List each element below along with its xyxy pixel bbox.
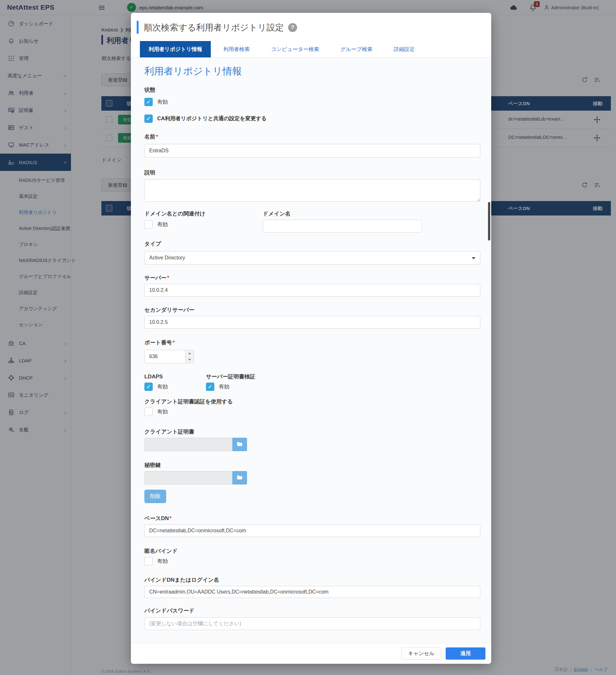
private-key-file-input (144, 471, 233, 484)
private-key-browse-button[interactable] (232, 471, 247, 484)
bind-password-input[interactable] (144, 617, 480, 630)
tab-4[interactable]: グループ検索 (332, 41, 381, 57)
status-enabled-checkbox[interactable] (144, 98, 153, 106)
section-heading: 利用者リポジトリ情報 (144, 65, 480, 78)
type-label: タイプ (144, 240, 480, 248)
name-label: 名前 (144, 133, 480, 141)
folder-icon (236, 441, 243, 449)
base-dn-input[interactable] (144, 524, 480, 537)
dialog-title: 順次検索する利用者リポジトリ設定 (144, 22, 284, 33)
status-enabled-label: 有効 (157, 98, 168, 105)
port-label: ポート番号 (144, 339, 480, 347)
folder-icon-2 (236, 474, 243, 482)
ldaps-enabled-label: 有効 (157, 383, 168, 390)
server-input[interactable] (144, 284, 480, 297)
anonymous-bind-enabled-label: 有効 (157, 557, 168, 565)
dialog-body: 利用者リポジトリ情報 状態 有効 CA利用者リポジトリと共通の設定を変更する 名… (131, 58, 491, 643)
port-input[interactable] (144, 350, 186, 363)
select-chevron-icon (472, 257, 475, 259)
client-cert-label: クライアント証明書 (144, 428, 480, 436)
description-textarea[interactable] (144, 179, 480, 202)
private-key-label: 秘密鍵 (144, 461, 480, 469)
server-cert-verify-enabled-label: 有効 (219, 383, 229, 390)
secondary-server-label: セカンダリサーバー (144, 306, 480, 314)
dialog-header: 順次検索する利用者リポジトリ設定 (131, 13, 491, 41)
tab-5[interactable]: 詳細設定 (385, 41, 423, 57)
client-cert-browse-button[interactable] (232, 438, 247, 451)
apply-button[interactable]: 適用 (446, 648, 485, 660)
anonymous-bind-label: 匿名バインド (144, 547, 480, 555)
client-cert-auth-label: クライアント証明書認証を使用する (144, 398, 480, 406)
stepper-up-icon[interactable] (186, 350, 194, 357)
secondary-server-input[interactable] (144, 316, 480, 329)
status-label: 状態 (144, 86, 480, 94)
modal-scrollbar-thumb[interactable] (488, 202, 490, 240)
repository-settings-dialog: 順次検索する利用者リポジトリ設定 利用者リポジトリ情報利用者検索コンピューター検… (131, 13, 491, 664)
base-dn-label: ベースDN (144, 515, 480, 522)
domain-assoc-checkbox[interactable] (144, 220, 153, 229)
type-select[interactable]: Active Directory (144, 251, 480, 265)
client-cert-auth-checkbox[interactable] (144, 407, 153, 416)
delete-button[interactable]: 削除 (144, 490, 166, 503)
dialog-footer: キャンセル 適用 (131, 643, 491, 664)
dialog-tabs: 利用者リポジトリ情報利用者検索コンピューター検索グループ検索詳細設定 (131, 41, 491, 58)
domain-assoc-enabled-label: 有効 (157, 221, 168, 228)
anonymous-bind-checkbox[interactable] (144, 557, 153, 565)
domain-name-label: ドメイン名 (263, 210, 480, 218)
ldaps-label: LDAPS (144, 373, 206, 381)
client-cert-file-input (144, 438, 233, 451)
tab-1[interactable]: 利用者リポジトリ情報 (140, 41, 211, 57)
title-accent-bar (137, 21, 139, 34)
port-stepper[interactable] (186, 350, 194, 363)
tab-2[interactable]: 利用者検索 (215, 41, 259, 57)
ca-shared-checkbox[interactable] (144, 115, 153, 123)
description-label: 説明 (144, 169, 480, 177)
domain-name-input[interactable] (263, 220, 422, 232)
type-select-value: Active Directory (149, 255, 185, 261)
bind-password-label: バインドパスワード (144, 607, 480, 615)
bind-dn-label: バインドDNまたはログイン名 (144, 576, 480, 584)
client-cert-auth-enabled-label: 有効 (157, 408, 168, 415)
tab-3[interactable]: コンピューター検索 (262, 41, 328, 57)
cancel-button[interactable]: キャンセル (401, 648, 441, 660)
server-cert-verify-label: サーバー証明書検証 (206, 373, 480, 381)
ldaps-checkbox[interactable] (144, 383, 153, 391)
name-input[interactable] (144, 144, 480, 157)
ca-shared-label: CA利用者リポジトリと共通の設定を変更する (157, 115, 267, 122)
domain-assoc-label: ドメイン名との関連付け (144, 210, 263, 218)
stepper-down-icon[interactable] (186, 357, 194, 363)
bind-dn-input[interactable] (144, 586, 480, 598)
server-cert-verify-checkbox[interactable] (206, 383, 214, 391)
help-icon[interactable] (288, 23, 297, 32)
server-label: サーバー (144, 274, 480, 282)
